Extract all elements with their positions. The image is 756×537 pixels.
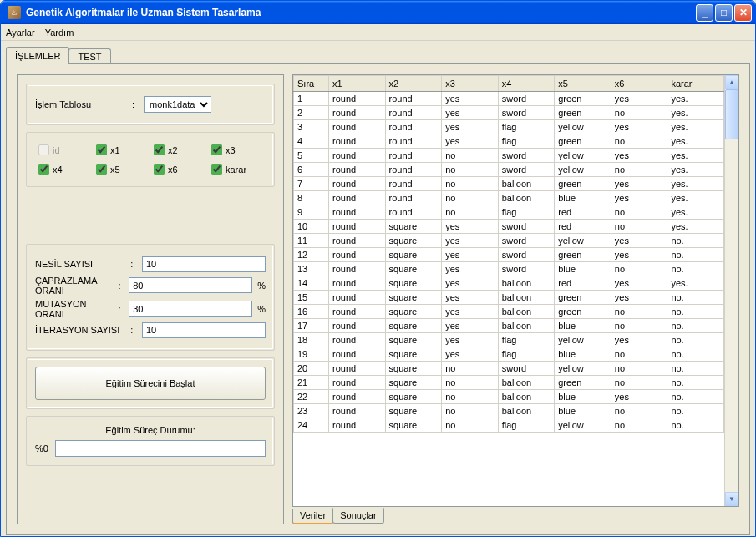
table-cell: no bbox=[442, 376, 499, 390]
table-row[interactable]: 17roundsquareyesballoonbluenono. bbox=[294, 319, 724, 333]
table-cell: yes bbox=[442, 234, 499, 248]
table-cell: 20 bbox=[294, 362, 329, 376]
table-cell: round bbox=[329, 305, 386, 319]
table-row[interactable]: 22roundsquarenoballoonblueyesno. bbox=[294, 390, 724, 404]
table-cell: sword bbox=[498, 220, 555, 234]
col-header[interactable]: x1 bbox=[329, 76, 386, 92]
table-cell: no bbox=[442, 163, 499, 177]
minimize-button[interactable]: _ bbox=[696, 4, 713, 22]
table-cell: no. bbox=[667, 262, 724, 276]
table-cell: no. bbox=[667, 291, 724, 305]
table-cell: no bbox=[442, 149, 499, 163]
table-cell: round bbox=[329, 134, 386, 149]
tab-test[interactable]: TEST bbox=[68, 48, 110, 63]
table-row[interactable]: 4roundroundyesflaggreennoyes. bbox=[294, 134, 724, 149]
table-row[interactable]: 6roundroundnoswordyellownoyes. bbox=[294, 163, 724, 177]
table-row[interactable]: 20roundsquarenoswordyellownono. bbox=[294, 362, 724, 376]
table-row[interactable]: 16roundsquareyesballoongreennono. bbox=[294, 305, 724, 319]
data-table-wrap: Sırax1x2x3x4x5x6karar 1roundroundyesswor… bbox=[292, 74, 739, 507]
chk-x1[interactable]: x1 bbox=[96, 144, 147, 155]
table-row[interactable]: 9roundroundnoflagrednoyes. bbox=[294, 205, 724, 220]
table-cell: 9 bbox=[294, 205, 329, 220]
table-row[interactable]: 10roundsquareyesswordrednoyes. bbox=[294, 220, 724, 234]
table-row[interactable]: 18roundsquareyesflagyellowyesno. bbox=[294, 333, 724, 347]
table-row[interactable]: 7roundroundnoballoongreenyesyes. bbox=[294, 177, 724, 191]
menubar: Ayarlar Yardım bbox=[1, 24, 755, 41]
table-cell: round bbox=[329, 333, 386, 347]
table-row[interactable]: 5roundroundnoswordyellowyesyes. bbox=[294, 149, 724, 163]
table-row[interactable]: 2roundroundyesswordgreennoyes. bbox=[294, 106, 724, 120]
table-cell: red bbox=[555, 220, 611, 234]
col-header[interactable]: x2 bbox=[385, 76, 442, 92]
table-cell: square bbox=[385, 362, 442, 376]
chk-x6[interactable]: x6 bbox=[154, 164, 205, 175]
btab-sonuclar[interactable]: Sonuçlar bbox=[332, 508, 383, 524]
start-group: Eğitim Sürecini Başlat bbox=[26, 357, 275, 409]
table-row[interactable]: 23roundsquarenoballoonbluenono. bbox=[294, 404, 724, 418]
table-cell: round bbox=[385, 191, 442, 205]
table-cell: yes bbox=[611, 390, 667, 404]
tab-islemler[interactable]: İŞLEMLER bbox=[6, 47, 69, 64]
table-cell: flag bbox=[498, 134, 555, 149]
maximize-button[interactable]: □ bbox=[715, 4, 733, 22]
chk-id[interactable]: id bbox=[38, 144, 89, 155]
capraz-input[interactable] bbox=[129, 277, 252, 293]
col-header[interactable]: x5 bbox=[555, 76, 611, 92]
col-header[interactable]: x4 bbox=[498, 76, 555, 92]
col-header[interactable]: x6 bbox=[611, 76, 667, 92]
table-row[interactable]: 12roundsquareyesswordgreenyesno. bbox=[294, 248, 724, 262]
table-cell: 19 bbox=[294, 347, 329, 362]
chk-x5[interactable]: x5 bbox=[96, 164, 147, 175]
nesil-input[interactable] bbox=[142, 256, 266, 272]
table-row[interactable]: 3roundroundyesflagyellowyesyes. bbox=[294, 120, 724, 134]
table-cell: round bbox=[329, 92, 386, 106]
iterasyon-input[interactable] bbox=[142, 322, 266, 338]
table-row[interactable]: 8roundroundnoballoonblueyesyes. bbox=[294, 191, 724, 205]
chk-karar[interactable]: karar bbox=[211, 164, 262, 175]
table-row[interactable]: 13roundsquareyesswordbluenono. bbox=[294, 262, 724, 276]
table-row[interactable]: 11roundsquareyesswordyellowyesno. bbox=[294, 234, 724, 248]
mutasyon-input[interactable] bbox=[129, 301, 252, 317]
data-table-scroll[interactable]: Sırax1x2x3x4x5x6karar 1roundroundyesswor… bbox=[293, 75, 724, 506]
table-cell: 23 bbox=[294, 404, 329, 418]
table-row[interactable]: 19roundsquareyesflagbluenono. bbox=[294, 347, 724, 362]
scroll-thumb[interactable] bbox=[725, 89, 738, 139]
scroll-up-button[interactable]: ▲ bbox=[725, 75, 738, 89]
menu-ayarlar[interactable]: Ayarlar bbox=[6, 28, 35, 38]
table-row[interactable]: 1roundroundyesswordgreenyesyes. bbox=[294, 92, 724, 106]
close-button[interactable]: ✕ bbox=[734, 4, 752, 22]
table-row[interactable]: 15roundsquareyesballoongreenyesno. bbox=[294, 291, 724, 305]
table-row[interactable]: 24roundsquarenoflagyellownono. bbox=[294, 418, 724, 433]
col-header[interactable]: x3 bbox=[442, 76, 499, 92]
col-header[interactable]: Sıra bbox=[294, 76, 329, 92]
table-row[interactable]: 21roundsquarenoballoongreennono. bbox=[294, 376, 724, 390]
table-cell: round bbox=[329, 376, 386, 390]
data-table: Sırax1x2x3x4x5x6karar 1roundroundyesswor… bbox=[293, 75, 724, 433]
table-cell: balloon bbox=[498, 404, 555, 418]
table-cell: round bbox=[329, 191, 386, 205]
chk-x2[interactable]: x2 bbox=[154, 144, 205, 155]
chk-x3[interactable]: x3 bbox=[211, 144, 262, 155]
table-cell: square bbox=[385, 248, 442, 262]
islem-tablosu-select[interactable]: monk1data bbox=[144, 96, 211, 113]
table-cell: round bbox=[385, 92, 442, 106]
menu-yardim[interactable]: Yardım bbox=[45, 28, 74, 38]
scroll-down-button[interactable]: ▼ bbox=[725, 492, 738, 506]
btab-veriler[interactable]: Veriler bbox=[292, 509, 333, 524]
egitim-baslat-button[interactable]: Eğitim Sürecini Başlat bbox=[35, 367, 266, 400]
table-cell: 15 bbox=[294, 291, 329, 305]
titlebar[interactable]: ♨ Genetik Algoritmalar ile Uzman Sistem … bbox=[1, 1, 755, 24]
scroll-track[interactable] bbox=[725, 89, 738, 492]
top-tabs: İŞLEMLER TEST bbox=[6, 46, 750, 63]
table-cell: 6 bbox=[294, 163, 329, 177]
table-cell: sword bbox=[498, 92, 555, 106]
col-header[interactable]: karar bbox=[667, 76, 724, 92]
table-cell: 8 bbox=[294, 191, 329, 205]
table-cell: sword bbox=[498, 106, 555, 120]
table-cell: round bbox=[329, 248, 386, 262]
table-row[interactable]: 14roundsquareyesballoonredyesyes. bbox=[294, 276, 724, 291]
table-cell: round bbox=[329, 149, 386, 163]
chk-x4[interactable]: x4 bbox=[38, 164, 89, 175]
vertical-scrollbar[interactable]: ▲ ▼ bbox=[724, 75, 738, 506]
tab-panel: İşlem Tablosu : monk1data id x1 x2 x3 x4 bbox=[6, 63, 750, 535]
